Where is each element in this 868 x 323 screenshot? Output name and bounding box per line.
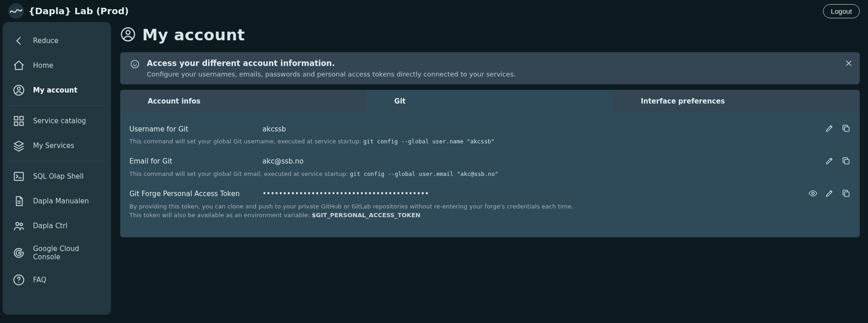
copy-icon bbox=[841, 124, 851, 134]
tab-git[interactable]: Git bbox=[367, 90, 613, 113]
sidebar-item-label: Home bbox=[33, 61, 53, 70]
sidebar-item-gcp[interactable]: Google Cloud Console bbox=[3, 238, 111, 268]
copy-username-button[interactable] bbox=[841, 124, 851, 134]
user-circle-icon bbox=[13, 84, 25, 96]
sidebar-item-sql[interactable]: SQL Olap Shell bbox=[3, 164, 111, 189]
sidebar-item-label: FAQ bbox=[33, 276, 46, 284]
sidebar-item-faq[interactable]: FAQ bbox=[3, 268, 111, 292]
grid-icon bbox=[13, 115, 25, 127]
help-circle-icon bbox=[13, 274, 25, 286]
sidebar-item-label: Service catalog bbox=[33, 117, 86, 125]
sidebar-item-label: Google Cloud Console bbox=[33, 245, 101, 261]
brand: {Dapla} Lab (Prod) bbox=[8, 3, 129, 19]
copy-icon bbox=[841, 189, 851, 199]
tabs: Account infos Git Interface preferences bbox=[120, 90, 860, 113]
svg-rect-3 bbox=[20, 116, 23, 120]
svg-rect-6 bbox=[14, 172, 23, 180]
sidebar-item-manual[interactable]: Dapla Manualen bbox=[3, 189, 111, 214]
eye-icon bbox=[808, 189, 818, 199]
svg-point-15 bbox=[812, 192, 814, 194]
app-name: {Dapla} Lab (Prod) bbox=[28, 5, 129, 16]
row-git-email: Email for Git akc@ssb.no bbox=[129, 152, 851, 169]
svg-point-7 bbox=[16, 222, 19, 225]
sidebar-item-label: Reduce bbox=[33, 37, 58, 45]
users-icon bbox=[13, 220, 25, 232]
close-icon bbox=[844, 62, 853, 69]
edit-username-button[interactable] bbox=[825, 124, 834, 134]
svg-rect-13 bbox=[845, 127, 849, 131]
git-username-label: Username for Git bbox=[129, 125, 262, 133]
svg-rect-16 bbox=[845, 192, 849, 196]
sidebar: Reduce Home My account Service catalog bbox=[3, 22, 111, 315]
sidebar-item-account[interactable]: My account bbox=[3, 78, 111, 103]
svg-point-1 bbox=[17, 88, 21, 91]
pencil-icon bbox=[825, 189, 834, 199]
smile-icon bbox=[130, 59, 139, 70]
sidebar-item-catalog[interactable]: Service catalog bbox=[3, 109, 111, 133]
svg-rect-5 bbox=[20, 122, 23, 126]
chevron-left-icon bbox=[13, 35, 25, 47]
info-banner: Access your different account informatio… bbox=[120, 52, 860, 84]
page-title-row: My account bbox=[120, 26, 860, 44]
sidebar-item-label: My Services bbox=[33, 142, 74, 150]
close-banner-button[interactable] bbox=[844, 59, 853, 69]
git-username-value: akcssb bbox=[262, 125, 825, 133]
divider bbox=[9, 161, 105, 161]
banner-title: Access your different account informatio… bbox=[147, 59, 516, 68]
brand-logo-icon bbox=[8, 3, 24, 19]
edit-token-button[interactable] bbox=[825, 189, 834, 199]
sidebar-item-label: Dapla Manualen bbox=[33, 197, 89, 205]
sidebar-item-services[interactable]: My Services bbox=[3, 133, 111, 158]
layers-icon bbox=[13, 140, 25, 152]
user-circle-icon bbox=[120, 27, 136, 44]
git-token-label: Git Forge Personal Access Token bbox=[129, 190, 262, 198]
sidebar-item-ctrl[interactable]: Dapla Ctrl bbox=[3, 214, 111, 238]
document-icon bbox=[13, 195, 25, 207]
sidebar-item-home[interactable]: Home bbox=[3, 53, 111, 78]
row-git-token: Git Forge Personal Access Token ••••••••… bbox=[129, 184, 851, 201]
svg-point-8 bbox=[20, 223, 22, 225]
tab-interface-prefs[interactable]: Interface preferences bbox=[613, 90, 860, 113]
git-email-label: Email for Git bbox=[129, 157, 262, 165]
git-email-value: akc@ssb.no bbox=[262, 157, 825, 165]
svg-rect-14 bbox=[845, 159, 849, 164]
edit-email-button[interactable] bbox=[825, 156, 834, 167]
divider bbox=[9, 105, 105, 106]
svg-point-11 bbox=[126, 30, 130, 34]
git-username-help: This command will set your global Git us… bbox=[129, 137, 851, 146]
sidebar-item-label: SQL Olap Shell bbox=[33, 172, 84, 181]
terminal-icon bbox=[13, 170, 25, 182]
svg-rect-4 bbox=[14, 122, 18, 126]
sidebar-item-label: Dapla Ctrl bbox=[33, 222, 67, 230]
copy-email-button[interactable] bbox=[841, 156, 851, 167]
sidebar-reduce[interactable]: Reduce bbox=[3, 28, 111, 53]
reveal-token-button[interactable] bbox=[808, 189, 818, 199]
sidebar-item-label: My account bbox=[33, 86, 78, 94]
svg-point-12 bbox=[131, 60, 139, 68]
pencil-icon bbox=[825, 124, 834, 134]
row-git-username: Username for Git akcssb bbox=[129, 119, 851, 136]
pencil-icon bbox=[825, 156, 834, 167]
logout-button[interactable]: Logout bbox=[823, 4, 860, 18]
git-token-help: By providing this token, you can clone a… bbox=[129, 202, 851, 220]
page-title: My account bbox=[142, 26, 245, 44]
tab-account-infos[interactable]: Account infos bbox=[120, 90, 367, 113]
content: My account Access your different account… bbox=[120, 22, 860, 315]
home-icon bbox=[13, 60, 25, 71]
google-icon bbox=[13, 247, 25, 259]
git-email-help: This command will set your global Git em… bbox=[129, 170, 851, 179]
git-token-value: ••••••••••••••••••••••••••••••••••••••••… bbox=[262, 190, 808, 198]
svg-rect-2 bbox=[14, 116, 18, 120]
copy-token-button[interactable] bbox=[841, 189, 851, 199]
banner-subtitle: Configure your usernames, emails, passwo… bbox=[147, 71, 516, 78]
copy-icon bbox=[841, 156, 851, 167]
account-card: Account infos Git Interface preferences … bbox=[120, 90, 860, 237]
